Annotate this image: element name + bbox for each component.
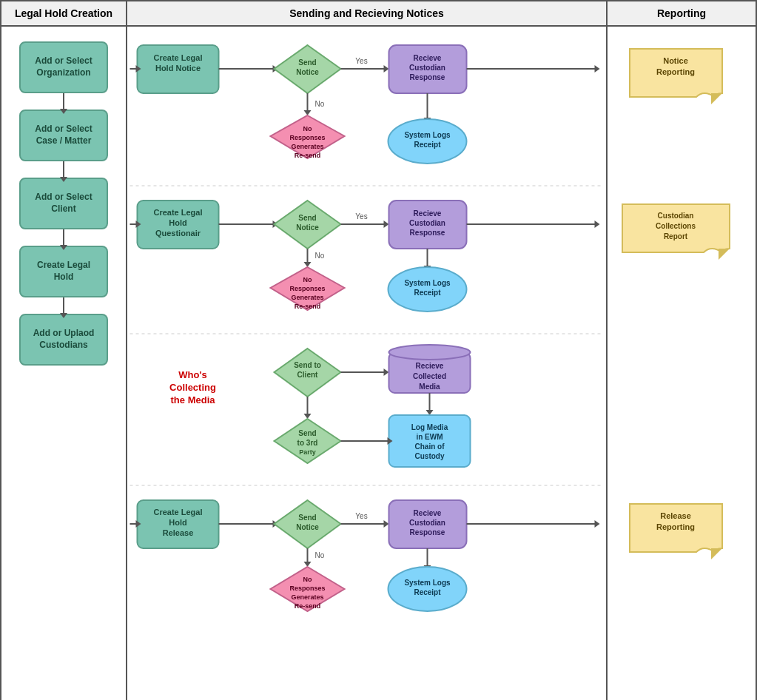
svg-text:Notice: Notice [296, 523, 319, 531]
svg-marker-77 [426, 410, 434, 415]
svg-text:Yes: Yes [355, 212, 367, 221]
svg-text:Responses: Responses [289, 134, 325, 141]
svg-text:Party: Party [299, 448, 316, 456]
svg-marker-70 [384, 368, 389, 376]
svg-text:Notice: Notice [663, 56, 688, 65]
svg-text:Report: Report [664, 232, 688, 240]
svg-text:Create Legal: Create Legal [153, 208, 202, 217]
svg-marker-102 [384, 520, 389, 528]
svg-text:Reporting: Reporting [656, 522, 695, 531]
svg-text:Collected: Collected [413, 372, 446, 380]
svg-text:Client: Client [297, 371, 318, 379]
svg-text:Responses: Responses [289, 585, 325, 592]
svg-text:Custodian: Custodian [409, 219, 445, 227]
svg-text:Hold: Hold [169, 518, 186, 527]
right-column: Notice Reporting Custodian Collections R… [608, 27, 756, 700]
svg-text:Responses: Responses [289, 285, 325, 292]
svg-text:Yes: Yes [355, 512, 367, 520]
svg-text:Custodian: Custodian [658, 212, 694, 220]
svg-text:No: No [303, 125, 312, 132]
svg-text:Send: Send [298, 514, 316, 522]
svg-text:Response: Response [410, 229, 445, 237]
svg-text:to 3rd: to 3rd [297, 439, 318, 447]
left-item-case: Add or Select Case / Matter [9, 110, 118, 178]
svg-text:Receipt: Receipt [414, 141, 441, 149]
svg-text:No: No [315, 252, 325, 260]
svg-text:Custodian: Custodian [409, 519, 445, 527]
left-item-org: Add or Select Organization [9, 41, 118, 110]
svg-text:System Logs: System Logs [404, 579, 451, 587]
svg-text:No: No [303, 576, 312, 583]
svg-text:Re-send: Re-send [295, 152, 321, 159]
svg-text:Receipt: Receipt [414, 588, 441, 596]
svg-text:Create Legal: Create Legal [153, 508, 202, 516]
svg-marker-109 [595, 520, 600, 528]
right-svg: Notice Reporting Custodian Collections R… [608, 27, 756, 700]
left-item-custodians: Add or Uplaod Custodians [9, 314, 118, 366]
left-item-client: Add or Select Client [9, 178, 118, 246]
box-create-hold[interactable]: Create Legal Hold [19, 246, 108, 297]
svg-text:Hold: Hold [169, 218, 186, 227]
left-item-hold: Create Legal Hold [9, 246, 118, 314]
svg-text:Chain of: Chain of [415, 442, 445, 451]
svg-text:Response: Response [410, 528, 445, 536]
svg-point-72 [389, 345, 471, 360]
svg-text:Collections: Collections [656, 222, 696, 230]
svg-text:Questionair: Questionair [155, 229, 201, 238]
svg-text:Recieve: Recieve [416, 362, 444, 370]
svg-text:Generates: Generates [291, 143, 323, 150]
header-row: Legal Hold Creation Sending and Recievin… [1, 1, 756, 27]
header-reporting: Reporting [608, 1, 756, 25]
box-add-org[interactable]: Add or Select Organization [19, 41, 108, 93]
svg-text:System Logs: System Logs [404, 131, 451, 139]
arrow-hold-custodians [63, 297, 64, 314]
svg-text:Re-send: Re-send [295, 303, 321, 310]
svg-text:Recieve: Recieve [414, 209, 442, 218]
svg-marker-9 [384, 65, 389, 73]
svg-text:Release: Release [163, 528, 194, 537]
flowchart-diagram: Legal Hold Creation Sending and Recievin… [0, 0, 757, 700]
box-add-custodians[interactable]: Add or Uplaod Custodians [19, 314, 108, 366]
svg-text:Log Media: Log Media [411, 423, 448, 431]
middle-column: Create Legal Hold Notice Send Notice Yes [127, 27, 608, 700]
arrow-org-case [63, 93, 64, 110]
svg-text:System Logs: System Logs [404, 279, 451, 287]
svg-text:Who's: Who's [178, 369, 206, 380]
svg-text:Custody: Custody [415, 452, 445, 460]
svg-text:Send: Send [298, 429, 316, 437]
svg-text:Yes: Yes [355, 57, 367, 65]
box-add-client[interactable]: Add or Select Client [19, 178, 108, 229]
svg-text:Reporting: Reporting [656, 67, 695, 76]
middle-svg: Create Legal Hold Notice Send Notice Yes [127, 27, 606, 700]
svg-text:No: No [303, 276, 312, 283]
svg-text:Send: Send [298, 214, 316, 222]
svg-text:Notice: Notice [296, 223, 319, 232]
svg-marker-48 [595, 221, 600, 228]
svg-text:Response: Response [410, 73, 445, 81]
svg-text:Media: Media [419, 383, 440, 391]
svg-text:Generates: Generates [291, 294, 323, 301]
svg-text:the Media: the Media [171, 394, 216, 405]
svg-text:Recieve: Recieve [414, 54, 442, 62]
svg-text:No: No [315, 551, 325, 559]
svg-text:Generates: Generates [291, 593, 323, 601]
svg-text:Custodian: Custodian [409, 64, 445, 72]
arrow-case-client [63, 161, 64, 178]
svg-text:No: No [315, 100, 325, 108]
left-column: Add or Select Organization Add or Select… [1, 27, 127, 700]
svg-marker-41 [384, 221, 389, 228]
content-area: Add or Select Organization Add or Select… [1, 27, 756, 700]
svg-text:Hold Notice: Hold Notice [155, 64, 201, 73]
svg-text:Re-send: Re-send [295, 602, 321, 610]
svg-text:Create Legal: Create Legal [153, 53, 202, 62]
svg-text:Collecting: Collecting [169, 382, 216, 393]
svg-marker-16 [595, 65, 600, 73]
arrow-client-hold [63, 229, 64, 246]
svg-text:in EWM: in EWM [416, 433, 443, 441]
svg-text:Release: Release [660, 511, 691, 520]
svg-text:Send to: Send to [294, 361, 321, 369]
svg-text:Notice: Notice [296, 68, 319, 76]
svg-text:Recieve: Recieve [414, 509, 442, 517]
header-legal-hold: Legal Hold Creation [1, 1, 127, 25]
box-add-case[interactable]: Add or Select Case / Matter [19, 110, 108, 161]
